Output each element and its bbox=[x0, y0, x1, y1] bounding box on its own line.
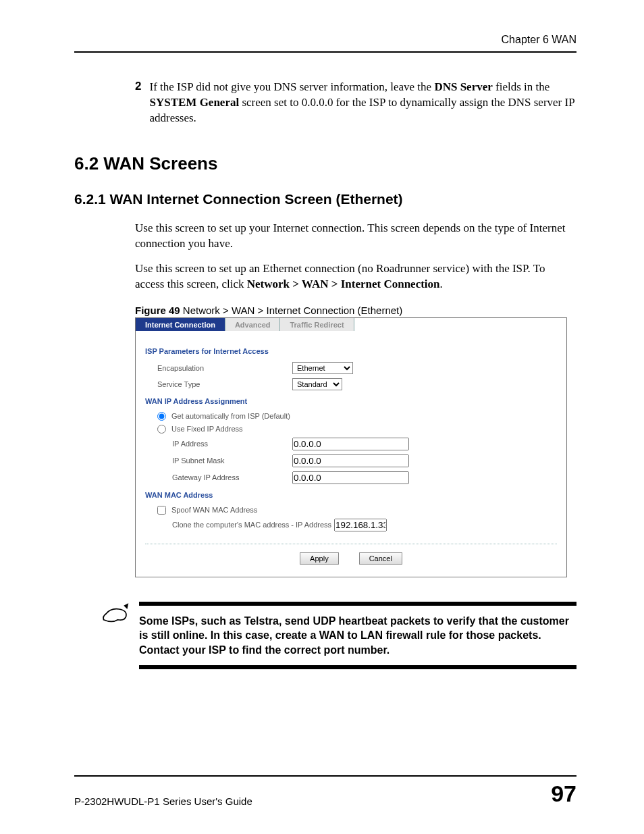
ip-address-label: IP Address bbox=[172, 440, 292, 448]
subnet-mask-label: IP Subnet Mask bbox=[172, 457, 292, 465]
tab-bar: Internet Connection Advanced Traffic Red… bbox=[136, 318, 566, 331]
note-text: Some ISPs, such as Telstra, send UDP hea… bbox=[139, 602, 576, 670]
encapsulation-label: Encapsulation bbox=[157, 364, 292, 372]
step-number: 2 bbox=[135, 80, 141, 126]
ip-address-input[interactable] bbox=[292, 438, 409, 450]
form-panel: ISP Parameters for Internet Access Encap… bbox=[136, 331, 566, 577]
section-wan-ip: WAN IP Address Assignment bbox=[145, 397, 557, 405]
button-bar: Apply Cancel bbox=[145, 544, 557, 565]
page-header: Chapter 6 WAN bbox=[74, 34, 576, 53]
figure-label: Figure 49 bbox=[135, 305, 180, 316]
radio-use-fixed[interactable] bbox=[157, 425, 166, 434]
clone-mac-label: Clone the computer's MAC address - IP Ad… bbox=[172, 521, 331, 529]
service-type-select[interactable]: Standard bbox=[292, 378, 342, 390]
tab-traffic-redirect[interactable]: Traffic Redirect bbox=[280, 318, 354, 331]
figure-caption: Figure 49 Network > WAN > Internet Conne… bbox=[135, 305, 576, 316]
system-general-bold: SYSTEM General bbox=[149, 96, 239, 109]
step-2: 2 If the ISP did not give you DNS server… bbox=[135, 80, 576, 126]
spoof-mac-label: Spoof WAN MAC Address bbox=[171, 506, 257, 514]
page-number: 97 bbox=[551, 781, 576, 807]
row-encapsulation: Encapsulation Ethernet bbox=[157, 362, 557, 374]
step-text-mid: fields in the bbox=[493, 80, 550, 93]
gateway-label: Gateway IP Address bbox=[172, 473, 292, 481]
section-wan-mac: WAN MAC Address bbox=[145, 491, 557, 499]
radio-auto-row: Get automatically from ISP (Default) bbox=[157, 412, 557, 421]
row-gateway: Gateway IP Address bbox=[172, 471, 557, 484]
gateway-input[interactable] bbox=[292, 471, 409, 484]
paragraph-2: Use this screen to set up an Ethernet co… bbox=[135, 261, 576, 292]
dns-server-bold: DNS Server bbox=[434, 80, 492, 93]
radio-get-auto-label: Get automatically from ISP (Default) bbox=[171, 412, 290, 420]
note-icon bbox=[101, 602, 130, 629]
step-text-pre: If the ISP did not give you DNS server i… bbox=[149, 80, 434, 93]
radio-fixed-row: Use Fixed IP Address bbox=[157, 425, 557, 434]
row-spoof-mac: Spoof WAN MAC Address bbox=[157, 506, 557, 515]
radio-get-auto[interactable] bbox=[157, 412, 166, 421]
clone-ip-input[interactable] bbox=[334, 519, 387, 531]
note-block: Some ISPs, such as Telstra, send UDP hea… bbox=[101, 602, 576, 670]
step-text: If the ISP did not give you DNS server i… bbox=[149, 80, 576, 126]
figure-text: Network > WAN > Internet Connection (Eth… bbox=[180, 305, 403, 316]
row-ip-address: IP Address bbox=[172, 438, 557, 450]
heading-6-2-1: 6.2.1 WAN Internet Connection Screen (Et… bbox=[74, 191, 576, 207]
page-footer: P-2302HWUDL-P1 Series User's Guide 97 bbox=[74, 775, 576, 807]
subnet-mask-input[interactable] bbox=[292, 454, 409, 467]
encapsulation-select[interactable]: Ethernet bbox=[292, 362, 353, 374]
screenshot-panel: Internet Connection Advanced Traffic Red… bbox=[135, 317, 567, 577]
radio-use-fixed-label: Use Fixed IP Address bbox=[171, 425, 243, 433]
tab-internet-connection[interactable]: Internet Connection bbox=[136, 318, 225, 331]
section-isp-params: ISP Parameters for Internet Access bbox=[145, 347, 557, 355]
row-subnet-mask: IP Subnet Mask bbox=[172, 454, 557, 467]
cancel-button[interactable]: Cancel bbox=[359, 552, 402, 565]
paragraph-1: Use this screen to set up your Internet … bbox=[135, 221, 576, 252]
apply-button[interactable]: Apply bbox=[300, 552, 339, 565]
service-type-label: Service Type bbox=[157, 380, 292, 388]
breadcrumb-path: Network > WAN > Internet Connection bbox=[247, 278, 440, 290]
row-service-type: Service Type Standard bbox=[157, 378, 557, 390]
row-clone-mac: Clone the computer's MAC address - IP Ad… bbox=[172, 519, 557, 531]
footer-guide-title: P-2302HWUDL-P1 Series User's Guide bbox=[74, 796, 252, 807]
heading-6-2: 6.2 WAN Screens bbox=[74, 153, 576, 174]
p2-post: . bbox=[440, 278, 443, 290]
spoof-mac-checkbox[interactable] bbox=[157, 506, 166, 515]
tab-advanced[interactable]: Advanced bbox=[225, 318, 281, 331]
chapter-label: Chapter 6 WAN bbox=[502, 34, 576, 46]
